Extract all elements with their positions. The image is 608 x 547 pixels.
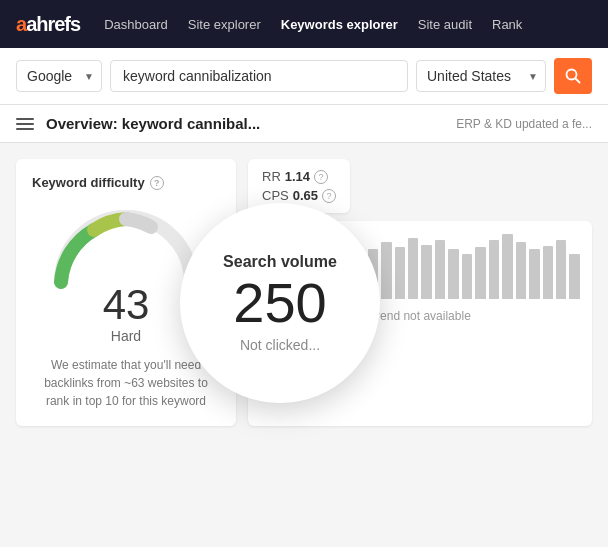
main-content: Keyword difficulty ? 43 Hard We estimate… xyxy=(0,143,608,442)
search-bar: Google ▼ United States ▼ xyxy=(0,48,608,105)
overview-title: Overview: keyword cannibal... xyxy=(46,115,260,132)
rr-help-icon[interactable]: ? xyxy=(314,170,328,184)
trend-bar xyxy=(475,247,485,299)
popup-value: 250 xyxy=(233,275,326,331)
trend-bar xyxy=(489,240,499,299)
rr-metric: RR 1.14 ? xyxy=(262,169,336,184)
trend-bar xyxy=(569,254,579,299)
hamburger-menu[interactable] xyxy=(16,118,34,130)
logo: aahrefs xyxy=(16,13,80,36)
trend-bar xyxy=(556,240,566,299)
kd-card-title: Keyword difficulty ? xyxy=(32,175,220,190)
search-button[interactable] xyxy=(554,58,592,94)
trend-bar xyxy=(529,249,539,299)
trend-bar xyxy=(448,249,458,299)
kd-description: We estimate that you'll need backlinks f… xyxy=(32,356,220,410)
popup-title: Search volume xyxy=(223,253,337,271)
search-volume-popup: Search volume 250 Not clicked... xyxy=(180,203,380,403)
trend-bar xyxy=(435,240,445,299)
country-select-wrap: United States ▼ xyxy=(416,60,546,92)
nav-item-site-audit[interactable]: Site audit xyxy=(418,15,472,33)
trend-bar xyxy=(408,238,418,299)
svg-line-1 xyxy=(576,79,580,83)
overview-notice: ERP & KD updated a fe... xyxy=(456,117,592,131)
trend-bar xyxy=(502,234,512,299)
overview-header: Overview: keyword cannibal... ERP & KD u… xyxy=(0,105,608,143)
popup-sub: Not clicked... xyxy=(240,337,320,353)
trend-bar xyxy=(395,247,405,299)
cps-help-icon[interactable]: ? xyxy=(322,189,336,203)
engine-select-wrap: Google ▼ xyxy=(16,60,102,92)
nav-item-keywords-explorer[interactable]: Keywords explorer xyxy=(281,15,398,33)
trend-bar xyxy=(381,242,391,299)
kd-help-icon[interactable]: ? xyxy=(150,176,164,190)
kd-rating: Hard xyxy=(111,328,141,344)
country-select[interactable]: United States xyxy=(416,60,546,92)
search-icon xyxy=(565,68,581,84)
nav-item-rank[interactable]: Rank xyxy=(492,15,522,33)
nav-item-site-explorer[interactable]: Site explorer xyxy=(188,15,261,33)
cps-metric: CPS 0.65 ? xyxy=(262,188,336,203)
keyword-input[interactable] xyxy=(110,60,408,92)
nav-links: Dashboard Site explorer Keywords explore… xyxy=(104,15,522,33)
trend-bar xyxy=(516,242,526,299)
nav-item-dashboard[interactable]: Dashboard xyxy=(104,15,168,33)
trend-bar xyxy=(462,254,472,299)
trend-bar xyxy=(543,246,553,299)
kd-value: 43 xyxy=(103,284,150,326)
trend-bar xyxy=(421,245,431,299)
top-navigation: aahrefs Dashboard Site explorer Keywords… xyxy=(0,0,608,48)
engine-select[interactable]: Google xyxy=(16,60,102,92)
